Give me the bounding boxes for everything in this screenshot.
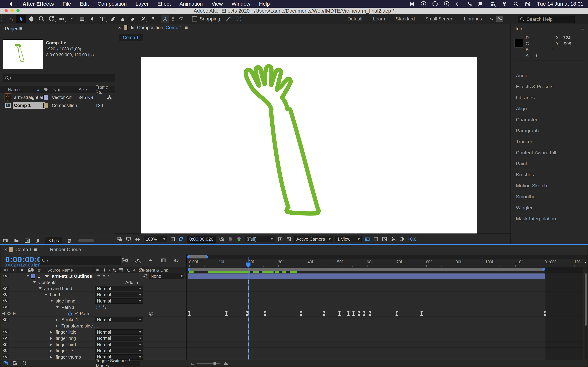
layer-row-finger-thumb[interactable]: finger thumbNormal▾ xyxy=(0,354,186,360)
fast-previews-icon[interactable] xyxy=(373,236,379,242)
camera-dropdown[interactable]: Active Camera▾ xyxy=(294,236,332,242)
keyframe-icon[interactable] xyxy=(420,311,423,316)
label-column-icon[interactable] xyxy=(30,267,35,272)
comp-mini-flowchart-icon[interactable] xyxy=(121,256,129,265)
timeline-zoom-control[interactable] xyxy=(190,361,229,366)
eye-icon[interactable] xyxy=(2,292,9,297)
sort-ascending-icon[interactable]: ▲ xyxy=(36,88,40,92)
track-row-transform-side-[interactable] xyxy=(187,323,583,329)
track-row-finger-ring[interactable] xyxy=(187,335,583,342)
always-preview-icon[interactable] xyxy=(117,236,123,242)
track-row-finger-little[interactable] xyxy=(187,329,583,335)
workspace-overflow-icon[interactable]: » xyxy=(487,16,496,22)
exposure-value[interactable]: +0,0 xyxy=(407,236,416,242)
label-column-icon[interactable] xyxy=(43,87,49,92)
playhead-line[interactable] xyxy=(248,257,249,360)
composition-canvas[interactable] xyxy=(141,57,477,234)
chevron-right-icon[interactable] xyxy=(50,331,52,334)
panel-tab-smoother[interactable]: Smoother xyxy=(511,191,588,202)
collapse-icon[interactable]: ☀ xyxy=(102,267,107,273)
transparency-grid-icon[interactable] xyxy=(286,236,292,242)
hand-tool-icon[interactable] xyxy=(26,15,36,23)
comp-flowchart-icon[interactable] xyxy=(390,236,396,242)
comp-viewer-tab[interactable]: Comp 1 xyxy=(119,34,143,41)
minimize-window-button[interactable] xyxy=(10,9,14,12)
menu-animation[interactable]: Animation xyxy=(175,0,207,8)
workspace-tab-small-screen[interactable]: Small Screen xyxy=(420,16,459,22)
play-circle-icon[interactable] xyxy=(443,1,450,7)
collapse-icon[interactable]: ☀ xyxy=(102,274,106,278)
keyframe-icon[interactable] xyxy=(264,311,266,316)
add-label[interactable]: Add: ◑ xyxy=(125,280,139,285)
playhead-handle[interactable] xyxy=(246,262,251,268)
expand-modes-icon[interactable] xyxy=(22,360,27,366)
panel-tab-mask-interpolation[interactable]: Mask Interpolation xyxy=(511,213,588,224)
menu-file[interactable]: File xyxy=(58,0,75,8)
menu-edit[interactable]: Edit xyxy=(75,0,93,8)
keyframe-icon[interactable] xyxy=(323,311,325,316)
menu-composition[interactable]: Composition xyxy=(93,0,131,8)
eye-icon[interactable] xyxy=(3,267,9,272)
add-keyframe-icon[interactable]: ◇ xyxy=(7,311,10,316)
selection-tool-icon[interactable] xyxy=(16,15,26,23)
expand-layers-icon[interactable] xyxy=(3,360,9,366)
panel-tab-wiggler[interactable]: Wiggler xyxy=(511,202,588,213)
mullvad-icon[interactable]: M xyxy=(409,1,415,7)
timeline-panel-menu-icon[interactable]: ≡ xyxy=(34,247,37,252)
shy-icon[interactable] xyxy=(96,274,101,278)
fx-icon[interactable]: fx xyxy=(112,267,116,273)
toggle-mask-icon[interactable] xyxy=(277,236,283,242)
orbit-camera-tool-icon[interactable] xyxy=(47,15,57,23)
new-composition-icon[interactable] xyxy=(24,238,30,243)
layer-row-path[interactable]: ◀◇▶Path@ xyxy=(0,310,186,317)
zoom-tool-icon[interactable] xyxy=(36,15,47,23)
keyframe-icon[interactable] xyxy=(225,311,228,316)
adjustment-icon[interactable]: ◐ xyxy=(133,267,136,273)
clone-stamp-tool-icon[interactable] xyxy=(118,15,128,23)
layer-duration-bar[interactable] xyxy=(188,274,545,279)
layer-row-arm-str-t-outlines[interactable]: 1★arm-str...t Outlines☀⧸@None▾ xyxy=(0,273,186,279)
timeline-search-input[interactable]: ▾ xyxy=(40,256,121,265)
keyframe-icon[interactable] xyxy=(188,311,190,316)
draft-3d-icon[interactable] xyxy=(134,256,141,265)
close-window-button[interactable] xyxy=(5,9,8,12)
layer-row-hand[interactable]: handNormal▾ xyxy=(0,292,186,298)
snapshot-icon[interactable] xyxy=(219,236,225,242)
item-label-swatch[interactable] xyxy=(43,103,48,108)
track-row-contents[interactable] xyxy=(187,279,583,285)
project-search-input[interactable]: ▾ xyxy=(3,74,115,82)
quality-icon[interactable]: ⧸ xyxy=(108,274,109,278)
keyframe-icon[interactable] xyxy=(358,311,360,316)
frame-blend-icon[interactable] xyxy=(160,256,167,265)
property-name[interactable]: Path xyxy=(80,311,89,316)
blend-mode-dropdown[interactable]: Normal▾ xyxy=(95,348,143,353)
layer-row-finger-ring[interactable]: finger ringNormal▾ xyxy=(0,335,186,342)
chevron-right-icon[interactable] xyxy=(50,337,52,340)
frame-blend-icon[interactable] xyxy=(118,267,123,273)
blend-mode-dropdown[interactable]: Normal▾ xyxy=(95,317,143,322)
track-row-path[interactable] xyxy=(187,310,583,317)
menu-clock[interactable]: Tue 14 Jun at 18:01 xyxy=(537,1,583,7)
solo-icon[interactable] xyxy=(20,267,24,272)
composition-panel-menu-icon[interactable]: ≡ xyxy=(185,25,188,31)
group-name[interactable]: Stroke 1 xyxy=(61,317,78,322)
primary-viewer-icon[interactable] xyxy=(125,236,131,242)
eye-icon[interactable] xyxy=(2,342,9,347)
track-row-arm-and-hand[interactable] xyxy=(187,285,583,292)
layer-row-transform-side-[interactable]: Transform: side ... xyxy=(0,323,186,329)
shy-icon[interactable] xyxy=(147,256,154,265)
column-size[interactable]: Size xyxy=(78,87,87,92)
prev-keyframe-icon[interactable]: ◀ xyxy=(2,311,5,315)
keyframe-icon[interactable] xyxy=(347,311,350,316)
chevron-right-icon[interactable] xyxy=(56,318,58,321)
motion-blur-icon[interactable] xyxy=(126,267,131,273)
show-channel-icon[interactable] xyxy=(236,236,242,242)
keyframe-icon[interactable] xyxy=(300,311,302,316)
track-row-arm-str-t-outlines[interactable] xyxy=(187,273,583,279)
zoom-slider-knob[interactable] xyxy=(214,362,216,365)
column-number[interactable]: # xyxy=(38,268,40,273)
pen-tool-icon[interactable] xyxy=(87,15,97,23)
spotlight-icon[interactable] xyxy=(513,1,519,7)
graph-icon[interactable] xyxy=(74,311,79,316)
track-row-stroke-1[interactable] xyxy=(187,317,583,323)
